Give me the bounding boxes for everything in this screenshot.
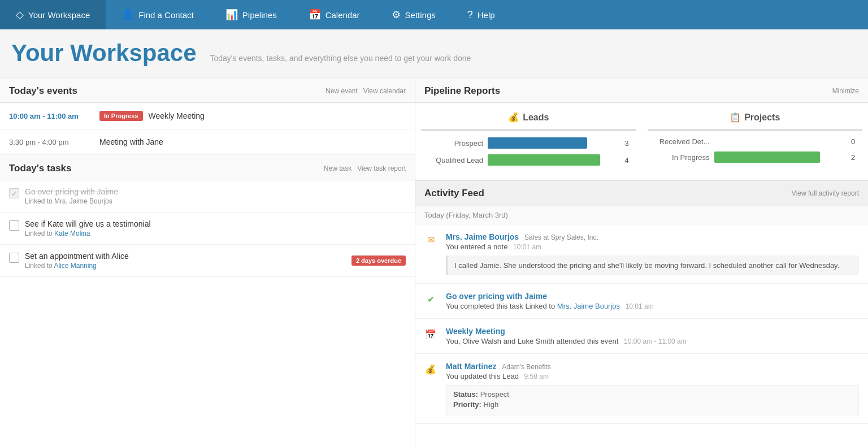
event-name: Meeting with Jane [99,137,163,146]
activity-desc: You completed this task Linked to Mrs. J… [446,302,859,310]
nav-calendar-label: Calendar [326,10,360,20]
new-task-link[interactable]: New task [324,164,351,172]
contact-icon: 👤 [121,8,134,21]
activity-item: 📅 Weekly Meeting You, Olive Walsh and Lu… [415,319,868,354]
activity-task-link[interactable]: Go over pricing with Jaime [446,292,547,301]
task-linked: Linked to Alice Manning [25,262,406,270]
activity-header-line: Go over pricing with Jaime [446,292,859,301]
task-linked-link[interactable]: Kate Molina [54,230,90,237]
activity-time: 9:58 am [524,373,549,380]
nav-pipelines[interactable]: 📊 Pipelines [210,0,293,29]
pipeline-count: 4 [625,156,636,164]
tasks-links: New task View task report [324,164,406,172]
activity-note: I called Jamie. She understood the prici… [446,256,859,275]
pipeline-title: Pipeline Reports [424,85,500,97]
activity-body: Weekly Meeting You, Olive Walsh and Luke… [446,327,859,345]
activity-time: 10:01 am [513,243,541,251]
task-checkbox[interactable]: ✓ [9,188,19,198]
view-activity-report-link[interactable]: View full activity report [792,189,859,197]
pipeline-count: 3 [625,139,636,148]
view-calendar-link[interactable]: View calendar [363,87,406,95]
page-header: Your Workspace Today's events, tasks, an… [0,29,868,77]
pipelines-icon: 📊 [225,8,238,21]
event-row: 3:30 pm - 4:00 pm Meeting with Jane [0,129,415,155]
activity-person-link[interactable]: Mrs. Jaime Bourjos [557,302,620,310]
task-content: Go over pricing with Jaime Linked to Mrs… [25,187,406,205]
settings-icon: ⚙ [392,8,401,21]
new-event-link[interactable]: New event [326,87,358,95]
task-linked: Linked to Kate Molina [25,230,406,237]
activity-item: ✉ Mrs. Jaime Bourjos Sales at Spry Sales… [415,224,868,284]
nav-calendar[interactable]: 📅 Calendar [293,0,376,29]
nav-workspace[interactable]: ◇ Your Workspace [0,0,106,29]
lead-status-block: Status: Prospect Priority: High [446,385,859,415]
activity-company: Adam's Benefits [502,363,550,371]
activity-contact-link[interactable]: Matt Martinez [446,362,496,371]
in-progress-badge: In Progress [99,111,143,121]
activity-contact-link[interactable]: Mrs. Jaime Bourjos [446,232,519,241]
task-content: See if Kate will give us a testimonial L… [25,219,406,237]
pipeline-projects-title: 📋 Projects [648,112,863,123]
pipeline-leads-title: 💰 Leads [421,112,636,123]
status-row: Status: Prospect [453,390,852,399]
event-row: 10:00 am - 11:00 am In Progress Weekly M… [0,103,415,129]
pipeline-count: 2 [851,153,862,162]
left-panel: Today's events New event View calendar 1… [0,77,415,446]
events-title: Today's events [9,85,77,97]
activity-body: Mrs. Jaime Bourjos Sales at Spry Sales, … [446,232,859,275]
minimize-button[interactable]: Minimize [832,87,859,95]
view-task-report-link[interactable]: View task report [357,164,406,172]
activity-icon-wrap: ✔ [424,293,439,305]
pipeline-row: Prospect 3 [421,137,636,149]
activity-header-line: Mrs. Jaime Bourjos Sales at Spry Sales, … [446,232,859,241]
activity-item: 💰 Matt Martinez Adam's Benefits You upda… [415,354,868,424]
activity-header: Activity Feed View full activity report [415,181,868,206]
activity-body: Matt Martinez Adam's Benefits You update… [446,362,859,415]
pipeline-row: Received Det... 0 [648,137,863,146]
nav-help[interactable]: ? Help [452,0,511,29]
check-icon: ✓ [11,189,18,198]
task-title: Go over pricing with Jaime [25,187,406,196]
task-complete-icon: ✔ [424,293,437,305]
tasks-section-header: Today's tasks New task View task report [0,155,415,180]
activity-body: Go over pricing with Jaime You completed… [446,292,859,310]
event-name: Weekly Meeting [149,111,205,120]
nav-help-label: Help [478,10,495,20]
event-time: 3:30 pm - 4:00 pm [9,138,99,146]
pipeline-projects-col: 📋 Projects Received Det... 0 In Progress [648,112,863,171]
activity-header-line: Matt Martinez Adam's Benefits [446,362,859,371]
page-title: Your Workspace [11,40,197,66]
leads-divider [421,129,636,131]
activity-desc: You, Olive Walsh and Luke Smith attended… [446,337,859,345]
workspace-icon: ◇ [16,8,24,21]
activity-company: Sales at Spry Sales, Inc. [524,233,598,241]
note-icon: ✉ [424,233,437,246]
projects-divider [648,129,863,131]
activity-time: 10:01 am [626,302,654,310]
activity-date: Today (Friday, March 3rd) [415,206,868,224]
page-subtitle: Today's events, tasks, and everything el… [210,54,471,63]
task-content: Set an appointment with Alice Linked to … [25,252,406,270]
pipeline-label: Prospect [421,139,483,148]
task-checkbox[interactable] [9,220,19,231]
events-section-header: Today's events New event View calendar [0,77,415,103]
right-panel: Pipeline Reports Minimize 💰 Leads Prospe… [415,77,868,446]
pipeline-bar [488,137,587,149]
nav-contact[interactable]: 👤 Find a Contact [106,0,210,29]
overdue-badge: 2 days overdue [351,256,406,266]
main-nav: ◇ Your Workspace 👤 Find a Contact 📊 Pipe… [0,0,868,29]
pipeline-count: 0 [851,137,862,146]
task-row: ✓ Go over pricing with Jaime Linked to M… [0,180,415,213]
task-row: Set an appointment with Alice Linked to … [0,245,415,277]
activity-desc: You updated this Lead 9:58 am [446,372,859,380]
pipeline-bar [488,154,600,166]
main-content: Today's events New event View calendar 1… [0,77,868,446]
pipeline-columns: 💰 Leads Prospect 3 Qualified Lead [415,103,868,181]
pipeline-label: Received Det... [648,137,710,146]
activity-time: 10:00 am - 11:00 am [624,337,687,345]
nav-settings[interactable]: ⚙ Settings [376,0,452,29]
task-linked-link[interactable]: Alice Manning [54,262,96,270]
activity-event-link[interactable]: Weekly Meeting [446,327,505,336]
task-checkbox[interactable] [9,253,19,263]
events-links: New event View calendar [326,87,406,95]
